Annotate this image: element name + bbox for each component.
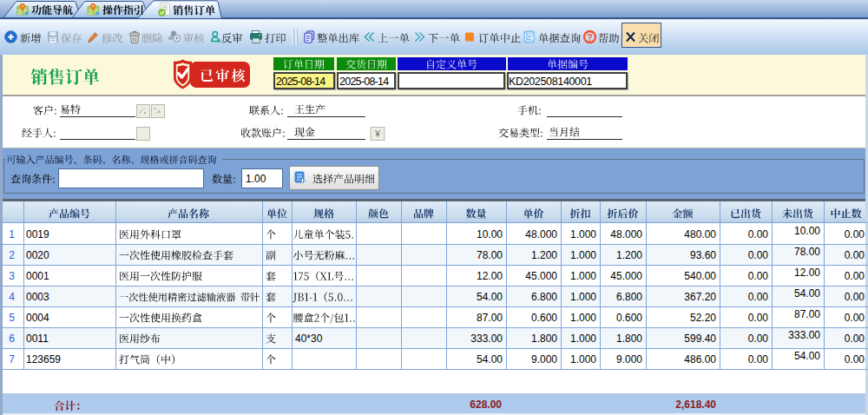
- svg-text:?: ?: [587, 32, 592, 43]
- svg-text:¥: ¥: [374, 129, 380, 139]
